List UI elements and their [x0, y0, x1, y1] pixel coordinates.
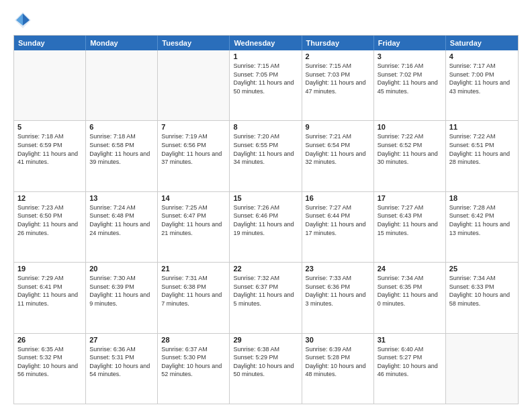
sunrise-label: Sunrise: 6:35 AM [17, 346, 64, 353]
sunrise-label: Sunrise: 7:15 AM [233, 62, 279, 69]
daylight-label: Daylight: 11 hours and 37 minutes. [161, 150, 222, 166]
day-number: 10 [378, 123, 442, 131]
cell-info: Sunrise: 6:37 AMSunset: 5:30 PMDaylight:… [161, 345, 226, 379]
sunset-label: Sunset: 6:36 PM [306, 283, 351, 290]
sunset-label: Sunset: 6:55 PM [233, 142, 278, 148]
sunrise-label: Sunrise: 7:17 AM [449, 62, 496, 69]
cell-info: Sunrise: 7:26 AMSunset: 6:46 PMDaylight:… [233, 203, 298, 237]
day-number: 9 [306, 123, 370, 131]
day-cell-26: 26Sunrise: 6:35 AMSunset: 5:32 PMDayligh… [14, 334, 86, 404]
cell-info: Sunrise: 6:36 AMSunset: 5:31 PMDaylight:… [89, 345, 154, 379]
day-cell-31: 31Sunrise: 6:40 AMSunset: 5:27 PMDayligh… [374, 334, 446, 404]
sunset-label: Sunset: 6:39 PM [89, 283, 134, 290]
day-cell-10: 10Sunrise: 7:22 AMSunset: 6:52 PMDayligh… [374, 121, 446, 191]
daylight-label: Daylight: 11 hours and 41 minutes. [17, 150, 78, 166]
day-number: 24 [378, 265, 442, 273]
sunset-label: Sunset: 6:51 PM [449, 142, 494, 148]
sunset-label: Sunset: 6:59 PM [17, 142, 62, 148]
daylight-label: Daylight: 11 hours and 28 minutes. [449, 150, 510, 166]
sunrise-label: Sunrise: 6:36 AM [89, 346, 136, 353]
day-number: 22 [233, 265, 298, 273]
sunrise-label: Sunrise: 7:27 AM [306, 204, 352, 211]
day-cell-19: 19Sunrise: 7:29 AMSunset: 6:41 PMDayligh… [14, 263, 86, 332]
day-number: 8 [233, 123, 298, 131]
calendar-row-1: 5Sunrise: 7:18 AMSunset: 6:59 PMDaylight… [14, 120, 518, 191]
daylight-label: Daylight: 11 hours and 3 minutes. [306, 291, 366, 307]
day-number: 29 [233, 336, 298, 344]
sunset-label: Sunset: 6:35 PM [378, 283, 423, 290]
sunset-label: Sunset: 5:27 PM [378, 354, 423, 361]
sunrise-label: Sunrise: 7:30 AM [89, 275, 136, 281]
cell-info: Sunrise: 6:40 AMSunset: 5:27 PMDaylight:… [378, 345, 442, 379]
day-cell-12: 12Sunrise: 7:23 AMSunset: 6:50 PMDayligh… [14, 192, 86, 262]
daylight-label: Daylight: 10 hours and 58 minutes. [449, 291, 510, 307]
sunset-label: Sunset: 6:46 PM [233, 212, 278, 219]
daylight-label: Daylight: 11 hours and 5 minutes. [233, 291, 294, 307]
sunset-label: Sunset: 6:50 PM [17, 212, 62, 219]
day-number: 23 [306, 265, 370, 273]
sunset-label: Sunset: 5:31 PM [89, 354, 134, 361]
calendar-row-2: 12Sunrise: 7:23 AMSunset: 6:50 PMDayligh… [14, 191, 518, 262]
cell-info: Sunrise: 7:16 AMSunset: 7:02 PMDaylight:… [378, 62, 442, 95]
day-cell-9: 9Sunrise: 7:21 AMSunset: 6:54 PMDaylight… [302, 121, 374, 191]
weekday-header-saturday: Saturday [446, 36, 518, 50]
day-cell-4: 4Sunrise: 7:17 AMSunset: 7:00 PMDaylight… [446, 50, 518, 120]
day-number: 19 [17, 265, 82, 273]
sunrise-label: Sunrise: 7:18 AM [89, 133, 136, 140]
cell-info: Sunrise: 7:18 AMSunset: 6:59 PMDaylight:… [17, 132, 82, 166]
cell-info: Sunrise: 7:34 AMSunset: 6:33 PMDaylight:… [449, 274, 515, 308]
sunrise-label: Sunrise: 7:15 AM [306, 62, 352, 69]
sunrise-label: Sunrise: 7:24 AM [89, 204, 136, 211]
sunrise-label: Sunrise: 7:34 AM [378, 275, 424, 281]
cell-info: Sunrise: 7:18 AMSunset: 6:58 PMDaylight:… [89, 132, 154, 166]
daylight-label: Daylight: 11 hours and 19 minutes. [233, 221, 294, 236]
sunset-label: Sunset: 7:02 PM [378, 71, 423, 78]
cell-info: Sunrise: 7:28 AMSunset: 6:42 PMDaylight:… [449, 203, 515, 237]
daylight-label: Daylight: 11 hours and 9 minutes. [89, 291, 150, 307]
daylight-label: Daylight: 11 hours and 0 minutes. [378, 291, 438, 307]
cell-info: Sunrise: 7:22 AMSunset: 6:52 PMDaylight:… [378, 132, 442, 166]
cell-info: Sunrise: 7:17 AMSunset: 7:00 PMDaylight:… [449, 62, 515, 95]
day-cell-16: 16Sunrise: 7:27 AMSunset: 6:44 PMDayligh… [302, 192, 374, 262]
day-cell-20: 20Sunrise: 7:30 AMSunset: 6:39 PMDayligh… [86, 263, 158, 332]
day-number: 5 [17, 123, 82, 131]
calendar-body: 1Sunrise: 7:15 AMSunset: 7:05 PMDaylight… [14, 50, 518, 404]
day-number: 30 [306, 336, 370, 344]
weekday-header-wednesday: Wednesday [230, 36, 302, 50]
daylight-label: Daylight: 11 hours and 11 minutes. [17, 291, 78, 307]
sunset-label: Sunset: 6:42 PM [449, 212, 494, 219]
day-cell-7: 7Sunrise: 7:19 AMSunset: 6:56 PMDaylight… [158, 121, 230, 191]
day-cell-25: 25Sunrise: 7:34 AMSunset: 6:33 PMDayligh… [446, 263, 518, 332]
day-cell-21: 21Sunrise: 7:31 AMSunset: 6:38 PMDayligh… [158, 263, 230, 332]
cell-info: Sunrise: 7:27 AMSunset: 6:43 PMDaylight:… [378, 203, 442, 237]
sunrise-label: Sunrise: 7:28 AM [449, 204, 496, 211]
sunrise-label: Sunrise: 6:37 AM [161, 346, 208, 353]
sunrise-label: Sunrise: 7:31 AM [161, 275, 208, 281]
header [13, 11, 519, 30]
cell-info: Sunrise: 7:19 AMSunset: 6:56 PMDaylight:… [161, 132, 226, 166]
sunset-label: Sunset: 6:43 PM [378, 212, 423, 219]
day-cell-14: 14Sunrise: 7:25 AMSunset: 6:47 PMDayligh… [158, 192, 230, 262]
day-number: 12 [17, 194, 82, 202]
sunrise-label: Sunrise: 7:29 AM [17, 275, 64, 281]
daylight-label: Daylight: 11 hours and 39 minutes. [89, 150, 150, 166]
day-cell-2: 2Sunrise: 7:15 AMSunset: 7:03 PMDaylight… [302, 50, 374, 120]
daylight-label: Daylight: 11 hours and 7 minutes. [161, 291, 222, 307]
sunrise-label: Sunrise: 7:21 AM [306, 133, 352, 140]
daylight-label: Daylight: 11 hours and 15 minutes. [378, 221, 438, 236]
cell-info: Sunrise: 6:38 AMSunset: 5:29 PMDaylight:… [233, 345, 298, 379]
cell-info: Sunrise: 7:21 AMSunset: 6:54 PMDaylight:… [306, 132, 370, 166]
sunrise-label: Sunrise: 7:25 AM [161, 204, 208, 211]
sunset-label: Sunset: 5:29 PM [233, 354, 278, 361]
daylight-label: Daylight: 11 hours and 17 minutes. [306, 221, 366, 236]
sunrise-label: Sunrise: 6:40 AM [378, 346, 424, 353]
sunset-label: Sunset: 6:47 PM [161, 212, 206, 219]
cell-info: Sunrise: 6:39 AMSunset: 5:28 PMDaylight:… [306, 345, 370, 379]
day-cell-29: 29Sunrise: 6:38 AMSunset: 5:29 PMDayligh… [230, 334, 302, 404]
day-number: 28 [161, 336, 226, 344]
daylight-label: Daylight: 11 hours and 45 minutes. [378, 79, 438, 95]
day-cell-5: 5Sunrise: 7:18 AMSunset: 6:59 PMDaylight… [14, 121, 86, 191]
day-cell-6: 6Sunrise: 7:18 AMSunset: 6:58 PMDaylight… [86, 121, 158, 191]
day-cell-13: 13Sunrise: 7:24 AMSunset: 6:48 PMDayligh… [86, 192, 158, 262]
weekday-header-monday: Monday [86, 36, 158, 50]
